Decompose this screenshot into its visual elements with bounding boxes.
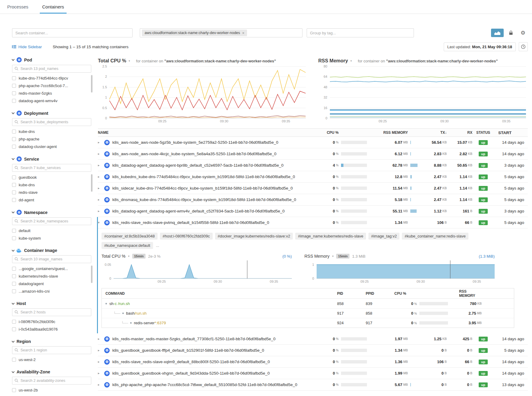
container-row[interactable]: ▸ ☸ k8s_guestbook_guestbook-fffp4_defaul… [98, 345, 528, 356]
facet-item[interactable]: redis-slave [12, 189, 91, 196]
facet-header[interactable]: Host [12, 301, 91, 306]
facet-checkbox[interactable] [12, 236, 16, 240]
chevron-down-icon[interactable]: ▾ [350, 59, 352, 62]
expand-chevron-icon[interactable]: ▸ [98, 209, 102, 213]
group-by-input[interactable] [307, 28, 414, 37]
container-row[interactable]: ▸ ☸ k8s_aws-node_aws-node-4kcjc_kube-sys… [98, 148, 528, 160]
expand-chevron-icon[interactable]: ▸ [98, 371, 102, 375]
expand-chevron-icon[interactable]: ▸ [98, 175, 102, 179]
chart-title[interactable]: RSS Memory [318, 58, 348, 64]
facet-item[interactable]: datadog-agent-wmv4v [12, 97, 91, 105]
expand-chevron-icon[interactable]: ▸ [98, 163, 102, 167]
facet-checkbox[interactable] [12, 91, 16, 95]
container-row[interactable]: ▸ ☸ k8s_kubedns_kube-dns-774d5484cc-t9pc… [98, 171, 528, 183]
facet-checkbox[interactable] [12, 327, 16, 331]
column-header-tx[interactable]: TX↓ [418, 130, 447, 135]
column-header-cpu[interactable]: CPU % [322, 130, 367, 135]
tab-processes[interactable]: Processes [7, 0, 28, 14]
process-column-header-ppid[interactable]: PPID [366, 291, 394, 296]
facet-item[interactable]: kube-dns [12, 181, 91, 189]
container-search-input[interactable] [12, 28, 133, 37]
column-header-start[interactable]: START [494, 130, 528, 135]
process-row[interactable]: └──redis-server *:63799249170%3.95MB [102, 318, 514, 328]
facet-checkbox[interactable] [12, 99, 16, 103]
facet-checkbox[interactable] [12, 198, 16, 202]
tag-pill[interactable]: #image_tag:v2 [368, 233, 399, 240]
scrollbar[interactable] [91, 266, 92, 283]
remove-filter-icon[interactable]: × [242, 31, 245, 35]
facet-item[interactable]: default [12, 227, 91, 234]
process-column-header-pid[interactable]: PID [337, 291, 366, 296]
expand-chevron-icon[interactable]: ▸ [98, 348, 102, 352]
facet-checkbox[interactable] [12, 145, 16, 149]
facet-checkbox[interactable] [12, 84, 16, 88]
container-row[interactable]: ▸ ☸ k8s_datadog-agent_datadog-agent-wmv4… [98, 206, 528, 217]
settings-button[interactable]: ⚙ [518, 29, 528, 37]
facet-item[interactable]: ...google_containers/guest... [12, 265, 91, 272]
facet-item[interactable]: ...amazon-k8s-cni [12, 288, 91, 295]
facet-item[interactable]: kube-system [12, 234, 91, 242]
column-header-status[interactable]: STATUS [472, 130, 494, 135]
facet-checkbox[interactable] [12, 267, 16, 271]
expand-chevron-icon[interactable]: ▸ [98, 337, 102, 341]
container-row[interactable]: ▸ ☸ k8s_dnsmasq_kube-dns-774d5484cc-t9pc… [98, 194, 528, 206]
process-column-header-rss-memory[interactable]: RSS MEMORY [459, 289, 510, 298]
facet-search-input[interactable] [12, 308, 91, 316]
facet-item[interactable]: us-west-2b [12, 386, 91, 394]
expand-chevron-icon[interactable]: ▸ [98, 383, 102, 387]
facet-checkbox[interactable] [12, 289, 16, 293]
facet-checkbox[interactable] [12, 183, 16, 187]
facet-item[interactable]: kube-dns-774d5484cc-t9pcv [12, 74, 91, 82]
facet-item[interactable]: i-080f6760c2fdd309c [12, 318, 91, 325]
process-row[interactable]: └──bash /run.sh9178580%2.75MB [102, 308, 514, 318]
cpu-chart-plot[interactable]: 2.521.510.50 [109, 66, 306, 118]
detail-cpu-plot[interactable]: 0.050 [114, 260, 292, 278]
column-header-name[interactable]: NAME [98, 130, 322, 135]
container-row[interactable]: ▸ ☸ k8s_redis-slave_redis-slave-xqlm9_de… [98, 356, 528, 368]
expand-chevron-icon[interactable]: ▸ [98, 140, 102, 144]
filter-tags-box[interactable]: aws:cloudformation:stack-name:charly-dev… [140, 28, 302, 37]
facet-search-input[interactable] [12, 377, 91, 385]
facet-item[interactable]: datadog-cluster-agent [12, 143, 91, 150]
facet-header[interactable]: Region [12, 339, 91, 344]
container-row[interactable]: ▸ ☸ k8s_aws-node_aws-node-5gz5b_kube-sys… [98, 137, 528, 148]
filter-tag-pill[interactable]: aws:cloudformation:stack-name:charly-dev… [142, 30, 247, 36]
facet-checkbox[interactable] [12, 358, 16, 362]
container-row[interactable]: ▸ ☸ k8s_sidecar_kube-dns-774d5484cc-t9pc… [98, 183, 528, 194]
facet-item[interactable]: us-west-2 [12, 356, 91, 363]
container-row[interactable]: ▸ ☸ k8s_datadog-agent_datadog-agent-bpr8… [98, 160, 528, 171]
memory-chart-plot[interactable]: 80644832160 [330, 66, 526, 118]
column-header-rx[interactable]: RX [447, 130, 472, 135]
facet-checkbox[interactable] [12, 320, 16, 324]
column-header-rss-memory[interactable]: RSS MEMORY [367, 130, 418, 135]
expand-chevron-icon[interactable]: ▸ [98, 152, 102, 156]
facet-checkbox[interactable] [12, 388, 16, 392]
tag-pill[interactable]: #host:i-080f6760c2fdd309c [160, 233, 213, 240]
facet-header[interactable]: ☸ Deployment [12, 111, 91, 116]
facet-checkbox[interactable] [12, 76, 16, 80]
process-column-header-command[interactable]: COMMAND [105, 291, 337, 296]
container-row[interactable]: ▾ ☸ k8s_redis-slave_redis-slave-pvtmq_de… [98, 217, 528, 228]
facet-item[interactable]: i-0c543a8baa9d19076 [12, 325, 91, 333]
facet-search-input[interactable] [12, 255, 91, 263]
expand-chevron-icon[interactable]: ▾ [98, 221, 102, 225]
tab-containers[interactable]: Containers [42, 0, 64, 14]
tag-pill[interactable]: #kube_namespace:default [102, 242, 153, 249]
facet-header[interactable]: Availability-Zone [12, 369, 91, 374]
expand-chevron-icon[interactable]: ▸ [98, 198, 102, 202]
chevron-down-icon[interactable]: ▾ [332, 255, 334, 258]
facet-search-input[interactable] [12, 217, 91, 225]
container-row[interactable]: ▸ ☸ k8s_php-apache_php-apache-7ccc68c5cd… [98, 379, 528, 391]
facet-search-input[interactable] [12, 164, 91, 172]
facet-header[interactable]: ☸ Namespace [12, 210, 91, 215]
scrollbar[interactable] [91, 174, 92, 192]
facet-header[interactable]: ☸ Service [12, 156, 91, 162]
facet-checkbox[interactable] [12, 137, 16, 141]
facet-item[interactable]: guestbook [12, 174, 91, 181]
facet-search-input[interactable] [12, 346, 91, 354]
facet-item[interactable]: php-apache-7ccc68c5cd-7... [12, 82, 91, 90]
facet-item[interactable]: kube-dns [12, 128, 91, 135]
facet-checkbox[interactable] [12, 274, 16, 278]
facet-header[interactable]: ☸ Pod [12, 57, 91, 62]
process-row[interactable]: sh -c /run.sh8588390%780KB [102, 299, 514, 308]
